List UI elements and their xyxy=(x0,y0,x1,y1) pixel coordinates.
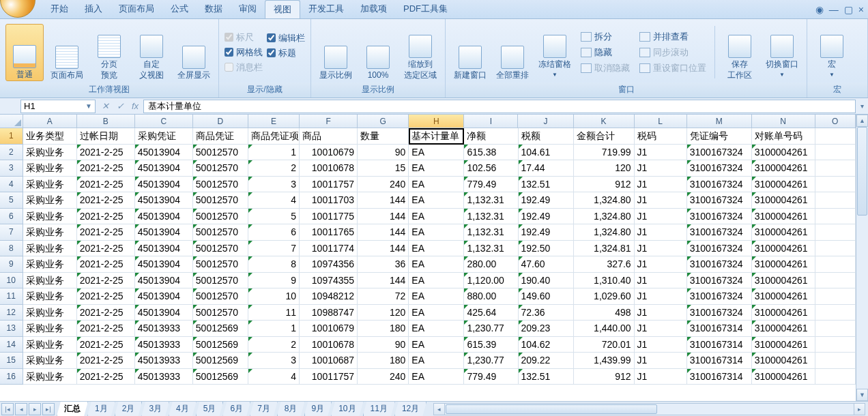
restore-icon[interactable]: ▢ xyxy=(844,4,853,15)
cell-N16[interactable]: 3100004261 xyxy=(752,369,815,385)
cell-A13[interactable]: 采购业务 xyxy=(23,321,77,337)
cell-L14[interactable]: J1 xyxy=(635,337,687,353)
col-header-G[interactable]: G xyxy=(358,115,409,128)
cell-N5[interactable]: 3100004261 xyxy=(752,192,815,209)
cell-H10[interactable]: EA xyxy=(409,273,464,289)
cell-D12[interactable]: 50012570 xyxy=(193,305,248,321)
cell-H4[interactable]: EA xyxy=(409,177,464,193)
cell-J11[interactable]: 149.60 xyxy=(519,288,574,305)
row-header[interactable]: 4 xyxy=(0,177,23,193)
cell-E8[interactable]: 7 xyxy=(248,241,300,257)
cell-H15[interactable]: EA xyxy=(409,353,464,369)
cell-O11[interactable] xyxy=(815,288,856,305)
cell-J12[interactable]: 72.36 xyxy=(519,305,574,321)
cell-L9[interactable]: J1 xyxy=(635,256,687,273)
row-header[interactable]: 9 xyxy=(0,256,23,273)
cell-B15[interactable]: 2021-2-25 xyxy=(77,353,135,369)
cell-I4[interactable]: 779.49 xyxy=(464,177,518,193)
cell-N7[interactable]: 3100004261 xyxy=(752,224,815,241)
row-header[interactable]: 13 xyxy=(0,321,23,337)
sheet-nav-last[interactable]: ▸| xyxy=(42,403,55,415)
cell-D14[interactable]: 50012569 xyxy=(193,337,248,353)
formulabar-checkbox[interactable]: 编辑栏 xyxy=(267,32,305,44)
col-header-O[interactable]: O xyxy=(815,115,856,128)
cell-J14[interactable]: 104.62 xyxy=(519,337,574,353)
menu-tab-8[interactable]: 加载项 xyxy=(352,0,395,18)
macros-button[interactable]: 宏▼ xyxy=(813,24,851,81)
cell-H2[interactable]: EA xyxy=(409,145,464,161)
cell-I6[interactable]: 1,132.31 xyxy=(464,209,518,225)
cell-N14[interactable]: 3100004261 xyxy=(752,337,815,353)
cell-G9[interactable]: 36 xyxy=(358,256,409,273)
sheet-tab-4月[interactable]: 4月 xyxy=(169,402,197,417)
cell-E13[interactable]: 1 xyxy=(248,321,300,337)
cell-M2[interactable]: 3100167324 xyxy=(687,145,752,161)
close-icon[interactable]: × xyxy=(858,4,864,15)
gridlines-checkbox[interactable]: 网格线 xyxy=(225,46,263,59)
cell-C14[interactable]: 45013933 xyxy=(135,337,193,353)
cell-D1[interactable]: 商品凭证 xyxy=(193,128,248,145)
cell-A9[interactable]: 采购业务 xyxy=(23,256,77,273)
cell-G4[interactable]: 240 xyxy=(358,177,409,193)
cell-B7[interactable]: 2021-2-25 xyxy=(77,224,135,241)
cell-K5[interactable]: 1,324.80 xyxy=(574,192,635,209)
col-header-K[interactable]: K xyxy=(574,115,635,128)
cell-B16[interactable]: 2021-2-25 xyxy=(77,369,135,385)
col-header-D[interactable]: D xyxy=(193,115,248,128)
cell-B6[interactable]: 2021-2-25 xyxy=(77,209,135,225)
cell-A11[interactable]: 采购业务 xyxy=(23,288,77,305)
cell-L7[interactable]: J1 xyxy=(635,224,687,241)
col-header-C[interactable]: C xyxy=(135,115,193,128)
cell-B2[interactable]: 2021-2-25 xyxy=(77,145,135,161)
row-header[interactable]: 3 xyxy=(0,160,23,177)
cell-F7[interactable]: 10011765 xyxy=(300,224,358,241)
row-header[interactable]: 16 xyxy=(0,369,23,385)
sheet-tab-6月[interactable]: 6月 xyxy=(222,402,250,417)
cell-E3[interactable]: 2 xyxy=(248,160,300,177)
view-custom-button[interactable]: 自定义视图 xyxy=(132,24,171,81)
cell-D9[interactable]: 50012570 xyxy=(193,256,248,273)
cell-K14[interactable]: 720.01 xyxy=(574,337,635,353)
row-header[interactable]: 14 xyxy=(0,337,23,353)
cell-K1[interactable]: 金额合计 xyxy=(574,128,635,145)
cell-K12[interactable]: 498 xyxy=(574,305,635,321)
chevron-down-icon[interactable]: ▼ xyxy=(85,102,92,110)
cell-I9[interactable]: 280.00 xyxy=(464,256,518,273)
cell-F4[interactable]: 10011757 xyxy=(300,177,358,193)
cell-L12[interactable]: J1 xyxy=(635,305,687,321)
cell-J10[interactable]: 190.40 xyxy=(519,273,574,289)
sheet-tab-12月[interactable]: 12月 xyxy=(394,402,426,417)
cell-A4[interactable]: 采购业务 xyxy=(23,177,77,193)
zoom-100-button[interactable]: 100% xyxy=(359,24,397,81)
cell-J16[interactable]: 132.51 xyxy=(519,369,574,385)
cell-J15[interactable]: 209.22 xyxy=(519,353,574,369)
cell-L4[interactable]: J1 xyxy=(635,177,687,193)
view-fullscreen-button[interactable]: 全屏显示 xyxy=(175,24,213,81)
cell-F15[interactable]: 10010687 xyxy=(300,353,358,369)
col-header-M[interactable]: M xyxy=(687,115,752,128)
cell-E4[interactable]: 3 xyxy=(248,177,300,193)
row-header[interactable]: 10 xyxy=(0,273,23,289)
row-header[interactable]: 5 xyxy=(0,192,23,209)
sheet-tab-9月[interactable]: 9月 xyxy=(304,402,332,417)
cell-E9[interactable]: 8 xyxy=(248,256,300,273)
cell-M6[interactable]: 3100167324 xyxy=(687,209,752,225)
cell-A16[interactable]: 采购业务 xyxy=(23,369,77,385)
cell-N4[interactable]: 3100004261 xyxy=(752,177,815,193)
cell-O2[interactable] xyxy=(815,145,856,161)
zoom-selection-button[interactable]: 缩放到选定区域 xyxy=(401,24,439,81)
row-header[interactable]: 6 xyxy=(0,209,23,225)
help-icon[interactable]: ◉ xyxy=(815,4,824,15)
col-header-L[interactable]: L xyxy=(635,115,687,128)
cell-E10[interactable]: 9 xyxy=(248,273,300,289)
cell-H14[interactable]: EA xyxy=(409,337,464,353)
row-header[interactable]: 2 xyxy=(0,145,23,161)
cell-C5[interactable]: 45013904 xyxy=(135,192,193,209)
cell-N2[interactable]: 3100004261 xyxy=(752,145,815,161)
cell-H11[interactable]: EA xyxy=(409,288,464,305)
cell-H1[interactable]: 基本计量单 xyxy=(409,128,464,145)
cell-M8[interactable]: 3100167324 xyxy=(687,241,752,257)
cell-I14[interactable]: 615.39 xyxy=(464,337,518,353)
col-header-H[interactable]: H xyxy=(409,115,464,128)
h-scrollbar-thumb[interactable] xyxy=(446,404,657,414)
